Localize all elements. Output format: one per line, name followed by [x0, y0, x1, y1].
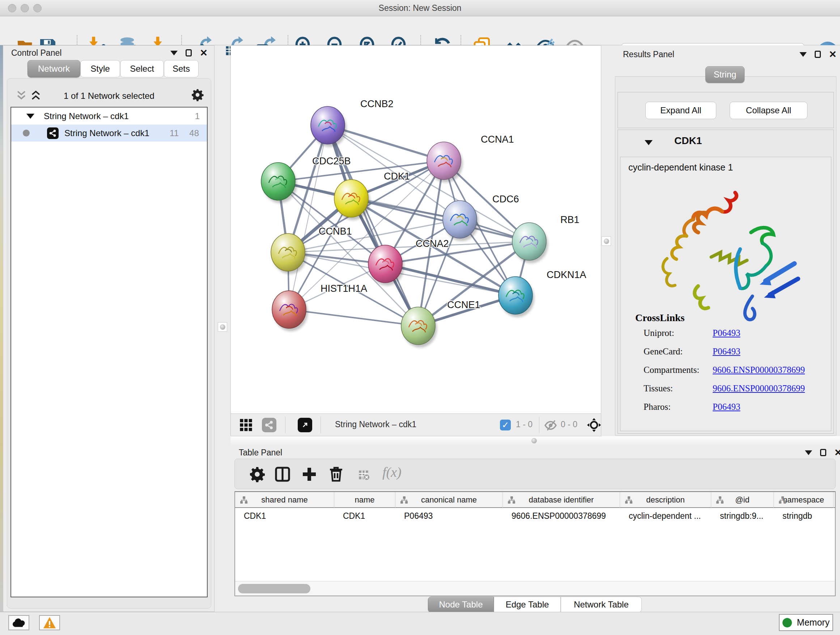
- section-collapse-caret-icon[interactable]: [645, 140, 653, 145]
- selected-checkbox-icon[interactable]: ✓: [500, 420, 511, 431]
- table-body: CDK1CDK1P064939606.ENSP00000378699cyclin…: [235, 508, 835, 524]
- node-table: shared namenamecanonical namedatabase id…: [234, 491, 836, 596]
- node-label: CCNB2: [360, 98, 393, 109]
- table-cell[interactable]: stringdb: [774, 508, 834, 524]
- warnings-button[interactable]: [39, 615, 60, 630]
- network-column-icon: [240, 496, 248, 504]
- node-label: CDKN1A: [546, 269, 586, 280]
- table-options-gear-icon[interactable]: [248, 466, 266, 483]
- network-options-gear-icon[interactable]: [191, 88, 204, 102]
- memory-button[interactable]: Memory: [779, 614, 833, 631]
- node-label: CCNA1: [481, 134, 514, 145]
- birdseye-navigator-icon[interactable]: [586, 417, 602, 433]
- network-edge[interactable]: [289, 125, 328, 310]
- tab-sets[interactable]: Sets: [164, 60, 199, 78]
- memory-label: Memory: [797, 617, 829, 628]
- table-row[interactable]: CDK1CDK1P064939606.ENSP00000378699cyclin…: [235, 508, 835, 524]
- table-cell[interactable]: CDK1: [334, 508, 395, 524]
- collection-expand-caret-icon[interactable]: [27, 114, 34, 119]
- create-column-icon[interactable]: [301, 466, 318, 483]
- column-header-database-identifier[interactable]: database identifier: [503, 492, 620, 508]
- close-panel-icon[interactable]: ✕: [834, 449, 840, 456]
- detach-view-icon[interactable]: [298, 418, 312, 432]
- cdk1-section: CDK1 cyclin-dependent kinase 1: [617, 130, 834, 434]
- float-panel-icon[interactable]: [171, 51, 178, 55]
- table-cell[interactable]: stringdb:9...: [711, 508, 774, 524]
- horizontal-splitter[interactable]: [231, 436, 840, 445]
- splitter-grip[interactable]: [602, 236, 611, 246]
- column-header-shared-name[interactable]: shared name: [235, 492, 334, 508]
- column-header-canonical-name[interactable]: canonical name: [395, 492, 503, 508]
- network-node-CDKN1A[interactable]: CDKN1A: [499, 269, 586, 314]
- crosslink-value[interactable]: 9606.ENSP00000378699: [713, 383, 805, 394]
- network-view-footer: String Network – cdk1 ✓ 1 - 0 0 - 0: [231, 413, 601, 436]
- tab-edge-table[interactable]: Edge Table: [494, 597, 561, 613]
- maximize-panel-icon[interactable]: [186, 49, 192, 57]
- crosslink-label: GeneCard:: [644, 347, 683, 356]
- float-panel-icon[interactable]: [805, 450, 812, 455]
- left-splitter[interactable]: [215, 45, 231, 612]
- show-columns-icon[interactable]: [274, 466, 291, 483]
- network-column-icon: [507, 496, 516, 504]
- crosslink-value[interactable]: 9606.ENSP00000378699: [713, 365, 805, 375]
- splitter-grip[interactable]: [218, 322, 227, 332]
- crosslink-value[interactable]: P06493: [713, 347, 740, 356]
- maximize-panel-icon[interactable]: [815, 51, 821, 58]
- network-edge[interactable]: [289, 310, 418, 326]
- scrollbar-thumb[interactable]: [238, 584, 310, 593]
- network-column-icon: [778, 496, 787, 504]
- right-splitter[interactable]: [601, 45, 611, 436]
- table-cell[interactable]: cyclin-dependent ...: [620, 508, 711, 524]
- maximize-panel-icon[interactable]: [820, 449, 826, 456]
- network-view-pane: CCNB2CCNA1CDC25BCDK1CDC6RB1CCNB1CCNA2CDK…: [231, 45, 601, 436]
- crosslink-value[interactable]: P06493: [713, 328, 740, 338]
- collapse-all-button[interactable]: Collapse All: [729, 102, 807, 119]
- network-node-CCNA1[interactable]: CCNA1: [427, 134, 514, 180]
- expand-collapse-bar: Expand All Collapse All: [617, 92, 834, 128]
- collection-label: String Network – cdk1: [44, 111, 129, 121]
- table-cell[interactable]: P06493: [395, 508, 503, 524]
- column-header-description[interactable]: description: [620, 492, 711, 508]
- float-panel-icon[interactable]: [799, 52, 807, 57]
- hidden-eye-icon[interactable]: [544, 419, 557, 432]
- main-toolbar: ?: [0, 16, 840, 45]
- control-panel: Control Panel ✕ Network Style Select Set…: [3, 45, 215, 612]
- grid-view-icon[interactable]: [239, 418, 253, 432]
- network-node-CCNE1[interactable]: CCNE1: [401, 299, 480, 345]
- network-column-icon: [624, 496, 633, 504]
- tab-style[interactable]: Style: [80, 60, 120, 78]
- crosslink-value[interactable]: P06493: [713, 402, 740, 412]
- window-title: Session: New Session: [0, 3, 840, 13]
- column-header-name[interactable]: name: [334, 492, 395, 508]
- splitter-grip[interactable]: [531, 438, 537, 443]
- delete-column-icon[interactable]: [327, 466, 345, 483]
- node-label: CCNA2: [416, 238, 449, 249]
- tab-node-table[interactable]: Node Table: [428, 597, 494, 613]
- column-header-namespace[interactable]: namespace: [774, 492, 834, 508]
- network-node-HIST1H1A[interactable]: HIST1H1A: [272, 283, 367, 328]
- table-cell[interactable]: 9606.ENSP00000378699: [503, 508, 620, 524]
- tab-select[interactable]: Select: [120, 60, 164, 78]
- close-panel-icon[interactable]: ✕: [829, 51, 837, 58]
- cloud-status-button[interactable]: [8, 615, 29, 630]
- column-header--id[interactable]: @id: [711, 492, 774, 508]
- table-hscrollbar[interactable]: [235, 581, 835, 595]
- gene-description: cyclin-dependent kinase 1: [628, 162, 733, 173]
- table-cell[interactable]: CDK1: [235, 508, 334, 524]
- network-collection-row[interactable]: String Network – cdk1 1: [11, 108, 207, 125]
- network-node-CCNB2[interactable]: CCNB2: [311, 98, 393, 144]
- close-panel-icon[interactable]: ✕: [200, 49, 208, 57]
- footer-separator: [539, 417, 539, 433]
- tab-network[interactable]: Network: [27, 60, 80, 78]
- network-row[interactable]: String Network – cdk1 11 48: [11, 125, 207, 141]
- network-view-mode-icon[interactable]: [262, 418, 276, 432]
- network-column-icon: [715, 496, 724, 504]
- tab-network-table[interactable]: Network Table: [561, 597, 642, 613]
- network-canvas[interactable]: CCNB2CCNA1CDC25BCDK1CDC6RB1CCNB1CCNA2CDK…: [231, 46, 601, 413]
- footer-separator: [285, 417, 286, 433]
- node-label: CDC25B: [312, 156, 351, 166]
- function-builder-icon: f(x): [382, 464, 401, 480]
- expand-all-button[interactable]: Expand All: [645, 102, 716, 119]
- tab-string[interactable]: String: [706, 66, 745, 83]
- control-panel-title: Control Panel: [11, 48, 62, 58]
